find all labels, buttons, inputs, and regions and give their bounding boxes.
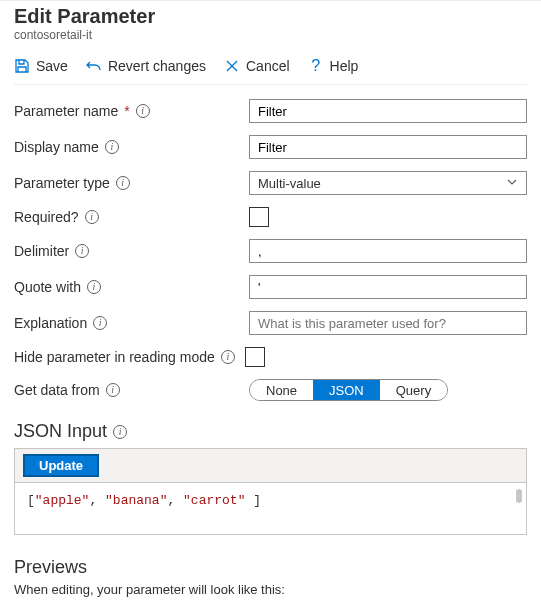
- display-name-input[interactable]: [249, 135, 527, 159]
- save-icon: [14, 58, 30, 74]
- json-input-heading: JSON Input: [14, 421, 107, 442]
- page-subtitle: contosoretail-it: [14, 28, 527, 42]
- info-icon[interactable]: i: [85, 210, 99, 224]
- revert-label: Revert changes: [108, 58, 206, 74]
- info-icon[interactable]: i: [87, 280, 101, 294]
- parameter-name-input[interactable]: [249, 99, 527, 123]
- parameter-name-label: Parameter name: [14, 103, 118, 119]
- delimiter-input[interactable]: [249, 239, 527, 263]
- cancel-button[interactable]: Cancel: [224, 58, 290, 74]
- chevron-down-icon: [506, 176, 518, 191]
- close-icon: [224, 58, 240, 74]
- required-asterisk: *: [124, 103, 129, 119]
- delimiter-label: Delimiter: [14, 243, 69, 259]
- data-source-none[interactable]: None: [250, 380, 313, 400]
- json-code-editor[interactable]: ["apple", "banana", "carrot" ]: [15, 483, 526, 534]
- toolbar: Save Revert changes Cancel ? Help: [14, 50, 527, 85]
- revert-button[interactable]: Revert changes: [86, 58, 206, 74]
- info-icon[interactable]: i: [113, 425, 127, 439]
- quote-with-input[interactable]: [249, 275, 527, 299]
- required-checkbox[interactable]: [249, 207, 269, 227]
- get-data-from-label: Get data from: [14, 382, 100, 398]
- info-icon[interactable]: i: [93, 316, 107, 330]
- data-source-toggle: None JSON Query: [249, 379, 448, 401]
- help-icon: ?: [308, 58, 324, 74]
- previews-subtext: When editing, your parameter will look l…: [14, 582, 527, 597]
- info-icon[interactable]: i: [136, 104, 150, 118]
- previews-heading: Previews: [14, 557, 527, 578]
- page-title: Edit Parameter: [14, 5, 527, 28]
- json-input-block: Update ["apple", "banana", "carrot" ]: [14, 448, 527, 535]
- explanation-input[interactable]: [249, 311, 527, 335]
- info-icon[interactable]: i: [221, 350, 235, 364]
- scrollbar-thumb[interactable]: [516, 489, 522, 503]
- info-icon[interactable]: i: [106, 383, 120, 397]
- undo-icon: [86, 58, 102, 74]
- data-source-query[interactable]: Query: [380, 380, 447, 400]
- parameter-type-select[interactable]: Multi-value: [249, 171, 527, 195]
- info-icon[interactable]: i: [75, 244, 89, 258]
- save-button[interactable]: Save: [14, 58, 68, 74]
- explanation-label: Explanation: [14, 315, 87, 331]
- display-name-label: Display name: [14, 139, 99, 155]
- quote-with-label: Quote with: [14, 279, 81, 295]
- help-label: Help: [330, 58, 359, 74]
- parameter-type-label: Parameter type: [14, 175, 110, 191]
- parameter-type-value: Multi-value: [258, 176, 321, 191]
- info-icon[interactable]: i: [105, 140, 119, 154]
- info-icon[interactable]: i: [116, 176, 130, 190]
- data-source-json[interactable]: JSON: [313, 380, 380, 400]
- cancel-label: Cancel: [246, 58, 290, 74]
- help-button[interactable]: ? Help: [308, 58, 359, 74]
- save-label: Save: [36, 58, 68, 74]
- update-button[interactable]: Update: [23, 454, 99, 477]
- hide-param-label: Hide parameter in reading mode: [14, 349, 215, 365]
- hide-param-checkbox[interactable]: [245, 347, 265, 367]
- required-label: Required?: [14, 209, 79, 225]
